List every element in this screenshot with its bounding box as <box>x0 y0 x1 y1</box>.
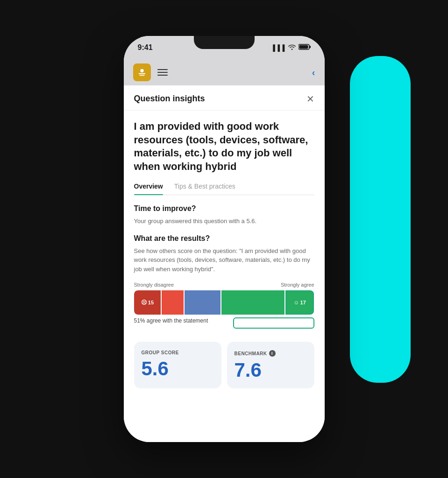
phone: 9:41 ▐▐▐ <box>124 36 325 442</box>
tabs: Overview Tips & Best practices <box>134 183 314 195</box>
tab-overview[interactable]: Overview <box>134 183 163 195</box>
svg-rect-2 <box>299 45 308 49</box>
segment-neutral <box>185 290 220 315</box>
rating-labels: Strongly disagree Strongly agree <box>134 282 314 288</box>
wifi-icon <box>288 44 296 51</box>
group-score-label: GROUP SCORE <box>142 350 214 355</box>
info-icon[interactable]: i <box>269 350 276 357</box>
results-text: See how others score on the question: "I… <box>134 246 314 274</box>
green-border-indicator <box>233 317 314 329</box>
notch <box>194 36 255 49</box>
app-icon <box>133 63 151 81</box>
segment-positive <box>221 290 284 315</box>
svg-rect-5 <box>139 75 144 76</box>
label-strongly-disagree: Strongly disagree <box>134 282 174 288</box>
time-to-improve-title: Time to improve? <box>134 204 314 213</box>
signal-icon: ▐▐▐ <box>271 44 285 51</box>
time-to-improve-text: Your group answered this question with a… <box>134 217 314 226</box>
question-text: I am provided with good work resources (… <box>134 120 314 173</box>
nav-bar: ‹ <box>124 59 325 85</box>
group-score-card: GROUP SCORE 5.6 <box>134 342 221 388</box>
cyan-accent <box>350 56 411 383</box>
modal-title: Question insights <box>134 94 205 104</box>
close-button[interactable]: ✕ <box>306 94 314 104</box>
group-score-value: 5.6 <box>142 359 214 379</box>
battery-icon <box>299 44 311 51</box>
svg-point-3 <box>140 69 143 72</box>
benchmark-score-label: BENCHMARK i <box>235 350 307 357</box>
hamburger-icon[interactable] <box>157 69 168 76</box>
scroll-content: I am provided with good work resources (… <box>124 111 325 442</box>
benchmark-score-card: BENCHMARK i 7.6 <box>227 342 314 388</box>
agree-text: 51% agree with the statement <box>134 317 208 324</box>
happy-face-icon: ☺ <box>293 299 299 306</box>
segment-very-positive: ☺ 17 <box>285 290 314 315</box>
score-cards: GROUP SCORE 5.6 BENCHMARK i 7.6 <box>134 342 314 388</box>
benchmark-score-value: 7.6 <box>235 360 307 380</box>
rating-bar: ☹ 15 ☺ 17 <box>134 290 314 315</box>
label-strongly-agree: Strongly agree <box>281 282 314 288</box>
tab-tips[interactable]: Tips & Best practices <box>174 183 235 195</box>
segment-negative <box>162 290 183 315</box>
scene: 9:41 ▐▐▐ <box>0 0 448 478</box>
sad-face-icon: ☹ <box>141 299 147 306</box>
status-time: 9:41 <box>138 43 153 52</box>
status-icons: ▐▐▐ <box>271 44 311 51</box>
svg-rect-4 <box>138 73 145 74</box>
modal-header: Question insights ✕ <box>124 85 325 111</box>
nav-left <box>133 63 168 81</box>
segment-very-negative: ☹ 15 <box>134 290 161 315</box>
results-title: What are the results? <box>134 234 314 243</box>
svg-rect-1 <box>309 46 311 48</box>
content: Question insights ✕ I am provided with g… <box>124 85 325 442</box>
back-button[interactable]: ‹ <box>312 67 315 78</box>
